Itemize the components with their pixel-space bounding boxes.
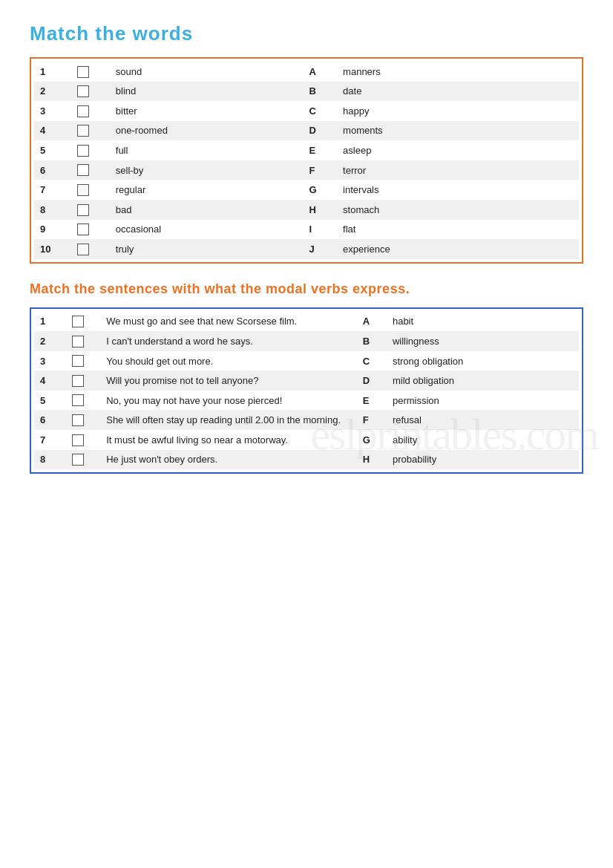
match-cell: permission	[387, 391, 579, 411]
row-number: 6	[34, 160, 71, 180]
section2-box: 1 We must go and see that new Scorsese f…	[30, 307, 583, 474]
checkbox-cell[interactable]	[71, 239, 110, 259]
row-number: 9	[34, 220, 71, 240]
checkbox-cell[interactable]	[71, 101, 110, 121]
checkbox[interactable]	[72, 414, 84, 426]
checkbox-cell[interactable]	[66, 391, 100, 411]
word-cell: full	[110, 140, 304, 160]
checkbox[interactable]	[77, 223, 89, 235]
table-row: 4 Will you promise not to tell anyone? D…	[34, 371, 579, 391]
match-cell: refusal	[387, 410, 579, 430]
table-row: 9 occasional I flat	[34, 220, 579, 240]
checkbox[interactable]	[77, 66, 89, 78]
checkbox-cell[interactable]	[71, 140, 110, 160]
letter-cell: D	[303, 121, 337, 141]
match-cell: flat	[337, 220, 579, 240]
checkbox[interactable]	[72, 375, 84, 387]
word-cell: sell-by	[110, 160, 304, 180]
checkbox[interactable]	[77, 184, 89, 196]
checkbox[interactable]	[72, 454, 84, 466]
checkbox-cell[interactable]	[66, 430, 100, 450]
checkbox[interactable]	[77, 85, 89, 97]
checkbox[interactable]	[77, 105, 89, 117]
sentence-cell: We must go and see that new Scorsese fil…	[100, 312, 356, 332]
table-row: 6 sell-by F terror	[34, 160, 579, 180]
table-row: 7 It must be awful living so near a moto…	[34, 430, 579, 450]
checkbox-cell[interactable]	[71, 220, 110, 240]
table-row: 8 He just won't obey orders. H probabili…	[34, 450, 579, 470]
row-number: 2	[34, 331, 66, 351]
checkbox[interactable]	[72, 336, 84, 347]
checkbox[interactable]	[72, 316, 84, 327]
sentence-cell: I can't understand a word he says.	[100, 331, 356, 351]
row-number: 5	[34, 140, 71, 160]
checkbox-cell[interactable]	[66, 450, 100, 470]
table-row: 5 full E asleep	[34, 140, 579, 160]
table-row: 6 She will often stay up reading until 2…	[34, 410, 579, 430]
row-number: 2	[34, 82, 71, 102]
row-number: 7	[34, 430, 66, 450]
table-row: 2 I can't understand a word he says. B w…	[34, 331, 579, 351]
checkbox-cell[interactable]	[71, 160, 110, 180]
letter-cell: C	[303, 101, 337, 121]
match-cell: manners	[337, 62, 579, 82]
row-number: 3	[34, 351, 66, 371]
match-cell: mild obligation	[387, 371, 579, 391]
sentence-cell: It must be awful living so near a motorw…	[100, 430, 356, 450]
letter-cell: E	[303, 140, 337, 160]
row-number: 1	[34, 62, 71, 82]
table-row: 4 one-roomed D moments	[34, 121, 579, 141]
word-cell: blind	[110, 82, 304, 102]
checkbox-cell[interactable]	[71, 180, 110, 200]
row-number: 8	[34, 200, 71, 220]
row-number: 4	[34, 371, 66, 391]
checkbox-cell[interactable]	[71, 62, 110, 82]
match-cell: strong obligation	[387, 351, 579, 371]
checkbox-cell[interactable]	[66, 410, 100, 430]
letter-cell: F	[357, 410, 387, 430]
sentence-cell: She will often stay up reading until 2.0…	[100, 410, 356, 430]
table-row: 10 truly J experience	[34, 239, 579, 259]
sentence-cell: You should get out more.	[100, 351, 356, 371]
table-row: 7 regular G intervals	[34, 180, 579, 200]
table-row: 2 blind B date	[34, 82, 579, 102]
table-row: 8 bad H stomach	[34, 200, 579, 220]
row-number: 10	[34, 239, 71, 259]
checkbox[interactable]	[77, 204, 89, 216]
table-row: 3 bitter C happy	[34, 101, 579, 121]
word-cell: one-roomed	[110, 121, 304, 141]
checkbox[interactable]	[77, 125, 89, 137]
match-cell: intervals	[337, 180, 579, 200]
match-cell: probability	[387, 450, 579, 470]
checkbox-cell[interactable]	[71, 200, 110, 220]
checkbox-cell[interactable]	[71, 82, 110, 102]
checkbox-cell[interactable]	[66, 351, 100, 371]
letter-cell: F	[303, 160, 337, 180]
checkbox-cell[interactable]	[66, 312, 100, 332]
checkbox[interactable]	[77, 244, 89, 255]
checkbox-cell[interactable]	[66, 331, 100, 351]
letter-cell: H	[357, 450, 387, 470]
section1-title: Match the words	[30, 22, 583, 45]
checkbox[interactable]	[72, 434, 84, 446]
match-cell: ability	[387, 430, 579, 450]
letter-cell: G	[357, 430, 387, 450]
checkbox-cell[interactable]	[71, 121, 110, 141]
letter-cell: G	[303, 180, 337, 200]
checkbox-cell[interactable]	[66, 371, 100, 391]
letter-cell: E	[357, 391, 387, 411]
letter-cell: A	[303, 62, 337, 82]
section1-table: 1 sound A manners 2 blind B date 3 bitte…	[34, 62, 579, 259]
checkbox[interactable]	[72, 394, 84, 406]
row-number: 4	[34, 121, 71, 141]
word-cell: regular	[110, 180, 304, 200]
checkbox[interactable]	[77, 164, 89, 176]
row-number: 7	[34, 180, 71, 200]
word-cell: sound	[110, 62, 304, 82]
sentence-cell: He just won't obey orders.	[100, 450, 356, 470]
checkbox[interactable]	[72, 355, 84, 367]
checkbox[interactable]	[77, 145, 89, 157]
table-row: 5 No, you may not have your nose pierced…	[34, 391, 579, 411]
match-cell: habit	[387, 312, 579, 332]
match-cell: date	[337, 82, 579, 102]
